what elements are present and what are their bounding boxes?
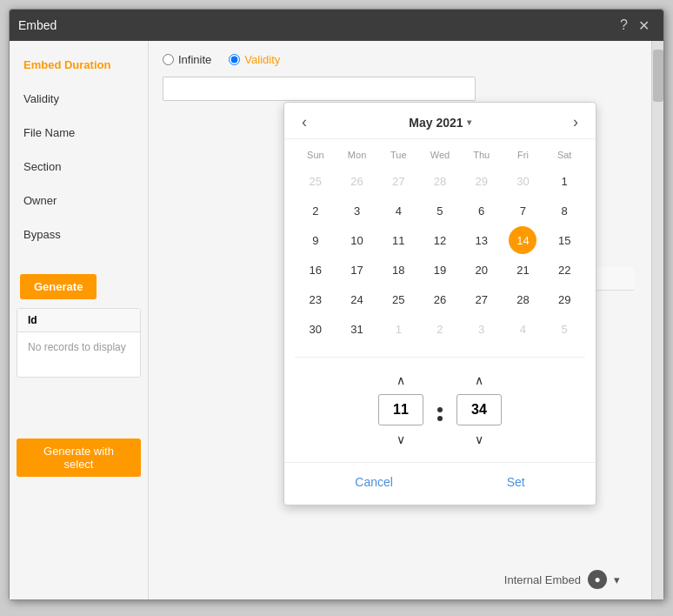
calendar-day: 2 xyxy=(426,315,454,343)
table-empty-message: No records to display xyxy=(17,332,140,362)
minutes-input[interactable] xyxy=(456,394,502,425)
calendar-day[interactable]: 10 xyxy=(343,226,371,254)
calendar-day[interactable]: 3 xyxy=(343,197,371,224)
generate-with-select-button[interactable]: Generate with select xyxy=(17,439,141,477)
calendar-day[interactable]: 9 xyxy=(302,226,330,254)
internal-embed-row: Internal Embed ● ▾ xyxy=(490,566,634,593)
validity-label: Validity xyxy=(244,53,280,66)
sidebar-item-section[interactable]: Section xyxy=(10,150,148,184)
internal-embed-dropdown-icon[interactable]: ▾ xyxy=(614,573,620,586)
time-colon xyxy=(437,407,443,421)
calendar-day: 30 xyxy=(509,167,536,195)
weekday-fri: Fri xyxy=(503,146,544,164)
calendar-day[interactable]: 24 xyxy=(343,285,371,313)
time-picker: ∧ ∨ ∧ ∨ xyxy=(284,365,596,462)
dialog-titlebar: Embed ? ✕ xyxy=(10,10,663,41)
weekday-sat: Sat xyxy=(543,146,585,164)
calendar-popup: ‹ May 2021 ▾ › Sun Mon xyxy=(283,102,596,506)
calendar-day[interactable]: 29 xyxy=(550,285,578,313)
sidebar-item-owner[interactable]: Owner xyxy=(10,184,148,218)
calendar-day[interactable]: 25 xyxy=(384,285,412,313)
calendar-day[interactable]: 26 xyxy=(426,285,454,313)
table-header: Id xyxy=(17,309,140,332)
scrollbar[interactable] xyxy=(651,41,663,599)
calendar-day: 27 xyxy=(384,167,412,195)
validity-input[interactable] xyxy=(163,77,476,101)
calendar-days: 2526272829301234567891011121314151617181… xyxy=(295,167,585,343)
calendar-day[interactable]: 4 xyxy=(384,197,412,224)
weekday-mon: Mon xyxy=(336,146,378,164)
calendar-day[interactable]: 31 xyxy=(343,315,371,343)
infinite-label: Infinite xyxy=(178,53,211,66)
hours-col: ∧ ∨ xyxy=(378,372,423,448)
calendar-day[interactable]: 14 xyxy=(509,226,536,254)
calendar-day: 28 xyxy=(426,167,454,195)
infinite-radio[interactable] xyxy=(163,54,174,65)
minutes-col: ∧ ∨ xyxy=(456,372,502,448)
sidebar-item-bypass[interactable]: Bypass xyxy=(10,218,148,251)
sidebar-item-validity[interactable]: Validity xyxy=(10,82,148,116)
internal-embed-icon: ● xyxy=(588,570,607,589)
month-label[interactable]: May 2021 ▾ xyxy=(409,116,470,130)
hours-down-button[interactable]: ∨ xyxy=(390,431,412,448)
calendar-day[interactable]: 15 xyxy=(550,226,578,254)
close-button[interactable]: ✕ xyxy=(633,17,655,34)
calendar-day: 5 xyxy=(550,315,578,343)
dialog-title: Embed xyxy=(18,18,615,32)
calendar-day[interactable]: 21 xyxy=(509,256,536,284)
next-month-button[interactable]: › xyxy=(570,113,582,131)
sidebar: Embed Duration Validity File Name Sectio… xyxy=(10,41,149,599)
cancel-button[interactable]: Cancel xyxy=(337,472,410,492)
calendar-day[interactable]: 18 xyxy=(384,256,412,284)
calendar-day: 29 xyxy=(468,167,496,195)
calendar-day[interactable]: 17 xyxy=(343,256,371,284)
calendar-day[interactable]: 8 xyxy=(550,197,578,224)
calendar-day[interactable]: 30 xyxy=(302,315,330,343)
prev-month-button[interactable]: ‹ xyxy=(298,113,310,131)
id-column-header: Id xyxy=(28,314,97,326)
calendar-day[interactable]: 2 xyxy=(302,197,330,224)
generate-button[interactable]: Generate xyxy=(20,274,97,299)
dialog-body: Embed Duration Validity File Name Sectio… xyxy=(10,41,663,599)
calendar-day[interactable]: 28 xyxy=(509,285,536,313)
calendar-day[interactable]: 22 xyxy=(550,256,578,284)
weekday-thu: Thu xyxy=(461,146,503,164)
minutes-up-button[interactable]: ∧ xyxy=(468,372,490,389)
calendar-day[interactable]: 12 xyxy=(426,226,454,254)
validity-input-row xyxy=(163,77,637,101)
content-area: Infinite Validity xyxy=(149,41,663,599)
calendar-day[interactable]: 1 xyxy=(550,167,578,195)
calendar-day[interactable]: 23 xyxy=(302,285,330,313)
sidebar-item-file-name[interactable]: File Name xyxy=(10,116,148,150)
weekday-wed: Wed xyxy=(419,146,461,164)
calendar-day[interactable]: 13 xyxy=(468,226,496,254)
calendar-day: 1 xyxy=(384,315,412,343)
calendar-day[interactable]: 20 xyxy=(468,256,496,284)
internal-embed-label: Internal Embed xyxy=(504,573,581,586)
hours-input[interactable] xyxy=(378,394,423,425)
calendar-day[interactable]: 11 xyxy=(384,226,412,254)
calendar-day: 25 xyxy=(302,167,330,195)
calendar-day[interactable]: 7 xyxy=(509,197,536,224)
minutes-down-button[interactable]: ∨ xyxy=(468,431,490,448)
hours-up-button[interactable]: ∧ xyxy=(390,372,412,389)
scrollbar-thumb[interactable] xyxy=(653,50,663,102)
calendar-day[interactable]: 5 xyxy=(426,197,454,224)
calendar-day[interactable]: 16 xyxy=(302,256,330,284)
sidebar-item-embed-duration[interactable]: Embed Duration xyxy=(10,48,148,82)
calendar-header: ‹ May 2021 ▾ › xyxy=(284,103,596,139)
table-area: Id No records to display xyxy=(17,308,141,378)
calendar-grid: Sun Mon Tue Wed Thu Fri Sat 252627282930… xyxy=(284,139,596,350)
validity-radio[interactable] xyxy=(229,54,240,65)
set-button[interactable]: Set xyxy=(490,472,543,492)
calendar-day: 4 xyxy=(509,315,536,343)
calendar-day[interactable]: 19 xyxy=(426,256,454,284)
validity-radio-label[interactable]: Validity xyxy=(229,53,280,66)
calendar-footer: Cancel Set xyxy=(284,462,596,505)
infinite-radio-label[interactable]: Infinite xyxy=(163,53,211,66)
calendar-day[interactable]: 27 xyxy=(468,285,496,313)
calendar-day[interactable]: 6 xyxy=(468,197,496,224)
weekday-tue: Tue xyxy=(377,146,419,164)
main-panel: Infinite Validity xyxy=(149,41,651,599)
help-button[interactable]: ? xyxy=(615,17,633,33)
